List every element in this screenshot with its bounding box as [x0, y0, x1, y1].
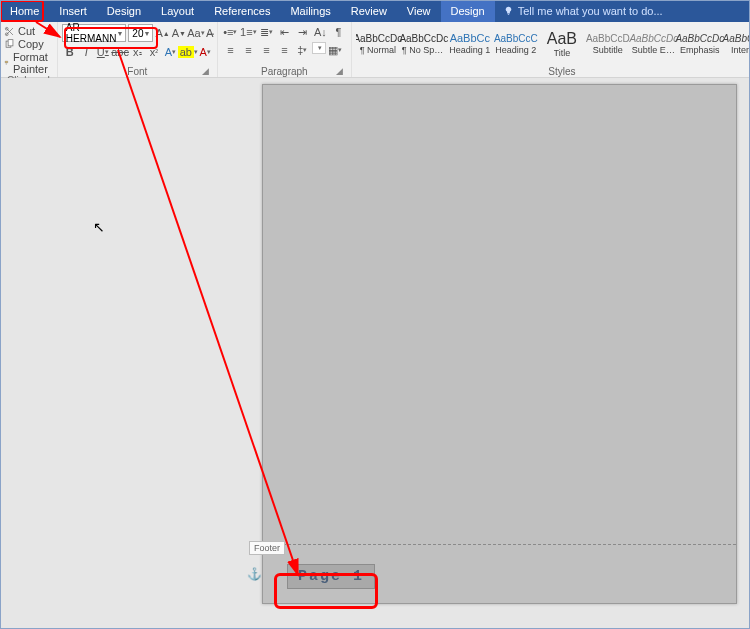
- copy-label: Copy: [18, 38, 44, 50]
- style-label: Emphasis: [680, 46, 720, 55]
- copy-icon: [4, 39, 15, 50]
- style-preview: AaB: [547, 31, 577, 47]
- tab-references[interactable]: References: [204, 0, 280, 22]
- format-painter-label: Format Painter: [13, 51, 53, 75]
- style-label: ¶ Normal: [360, 46, 396, 55]
- sort-button[interactable]: A↓: [312, 24, 329, 40]
- line-spacing-button[interactable]: ‡▾: [294, 42, 311, 58]
- style-label: ¶ No Spac...: [402, 46, 446, 55]
- clear-formatting-button[interactable]: A̶: [206, 25, 214, 41]
- footer-page-number[interactable]: Page 1: [287, 564, 375, 589]
- font-dialog-launcher[interactable]: ◢: [201, 67, 211, 77]
- paragraph-group-label: Paragraph: [261, 66, 308, 77]
- scissors-icon: [4, 26, 15, 37]
- shrink-font-button[interactable]: A▼: [172, 25, 186, 41]
- font-group-label: Font: [127, 66, 147, 77]
- highlight-button[interactable]: ab▾: [179, 44, 196, 60]
- style-preview: AaBbCcC: [494, 34, 538, 44]
- style-item-4[interactable]: AaBTitle: [540, 25, 584, 63]
- style-preview: AaBbCcDc: [675, 34, 724, 44]
- style-item-7[interactable]: AaBbCcDcEmphasis: [678, 25, 722, 63]
- style-item-2[interactable]: AaBbCcHeading 1: [448, 25, 492, 63]
- tab-insert[interactable]: Insert: [49, 0, 97, 22]
- style-item-0[interactable]: AaBbCcDc¶ Normal: [356, 25, 400, 63]
- group-font: AR HERMANN ▼ 20 ▼ A▲ A▼ Aa▾ A̶ B I U▾ ab…: [58, 22, 218, 77]
- style-preview: AaBbCcD: [586, 34, 630, 44]
- chevron-down-icon: ▼: [116, 30, 123, 37]
- italic-button[interactable]: I: [78, 44, 94, 60]
- subscript-button[interactable]: x₂: [130, 44, 146, 60]
- group-paragraph: •≡▾ 1≡▾ ≣▾ ⇤ ⇥ A↓ ¶ ≡ ≡ ≡ ≡ ‡▾ ▾ ▦▾ Para…: [218, 22, 352, 77]
- style-label: Heading 2: [495, 46, 536, 55]
- tab-view[interactable]: View: [397, 0, 441, 22]
- style-item-5[interactable]: AaBbCcDSubtitle: [586, 25, 630, 63]
- lightbulb-icon: [503, 6, 514, 17]
- bold-button[interactable]: B: [62, 44, 78, 60]
- borders-button[interactable]: ▦▾: [327, 42, 344, 58]
- footer-separator: [263, 544, 736, 545]
- font-size-combo[interactable]: 20 ▼: [128, 24, 153, 42]
- style-item-8[interactable]: AaBbCcDtIntense: [724, 25, 750, 63]
- tell-me-search[interactable]: Tell me what you want to do...: [495, 0, 750, 22]
- document-page[interactable]: Footer ⚓ Page 1: [262, 84, 737, 604]
- style-preview: AaBbCcDt: [723, 34, 751, 44]
- style-label: Heading 1: [449, 46, 490, 55]
- text-effects-button[interactable]: A▾: [163, 44, 179, 60]
- footer-section-tab[interactable]: Footer: [249, 541, 285, 555]
- font-name-combo[interactable]: AR HERMANN ▼: [62, 24, 127, 42]
- tab-design[interactable]: Design: [97, 0, 151, 22]
- align-right-button[interactable]: ≡: [258, 42, 275, 58]
- paintbrush-icon: [4, 58, 10, 69]
- cut-label: Cut: [18, 25, 35, 37]
- change-case-button[interactable]: Aa▾: [188, 25, 204, 41]
- tab-strip: Home Insert Design Layout References Mai…: [0, 0, 750, 22]
- chevron-down-icon: ▼: [143, 30, 150, 37]
- tell-me-placeholder: Tell me what you want to do...: [518, 5, 663, 17]
- anchor-icon: ⚓: [247, 567, 262, 581]
- style-preview: AaBbCcDc: [399, 34, 448, 44]
- document-area[interactable]: Footer ⚓ Page 1: [0, 78, 750, 629]
- ribbon: Cut Copy Format Painter Clipboard ◢ AR H…: [0, 22, 750, 78]
- font-name-value: AR HERMANN: [66, 22, 117, 44]
- tab-mailings[interactable]: Mailings: [280, 0, 340, 22]
- grow-font-button[interactable]: A▲: [155, 25, 169, 41]
- group-clipboard: Cut Copy Format Painter Clipboard ◢: [0, 22, 58, 77]
- cut-button[interactable]: Cut: [4, 25, 53, 37]
- show-marks-button[interactable]: ¶: [330, 24, 347, 40]
- decrease-indent-button[interactable]: ⇤: [276, 24, 293, 40]
- style-preview: AaBbCcDc: [629, 34, 678, 44]
- shading-button[interactable]: ▾: [312, 42, 326, 54]
- style-label: Subtitle: [593, 46, 623, 55]
- bullets-button[interactable]: •≡▾: [222, 24, 239, 40]
- format-painter-button[interactable]: Format Painter: [4, 51, 53, 75]
- tab-review[interactable]: Review: [341, 0, 397, 22]
- group-styles: AaBbCcDc¶ NormalAaBbCcDc¶ No Spac...AaBb…: [352, 22, 750, 77]
- style-label: Subtle Em...: [632, 46, 676, 55]
- increase-indent-button[interactable]: ⇥: [294, 24, 311, 40]
- styles-group-label: Styles: [548, 66, 575, 77]
- svg-rect-3: [8, 39, 13, 45]
- paragraph-dialog-launcher[interactable]: ◢: [335, 67, 345, 77]
- style-label: Intense: [731, 46, 750, 55]
- style-preview: AaBbCcDc: [356, 34, 402, 44]
- style-preview: AaBbCc: [450, 33, 490, 44]
- multilevel-list-button[interactable]: ≣▾: [258, 24, 275, 40]
- superscript-button[interactable]: x²: [146, 44, 162, 60]
- justify-button[interactable]: ≡: [276, 42, 293, 58]
- font-color-button[interactable]: A▾: [197, 44, 213, 60]
- style-label: Title: [554, 49, 571, 58]
- tab-home[interactable]: Home: [0, 0, 49, 22]
- copy-button[interactable]: Copy: [4, 38, 53, 50]
- align-center-button[interactable]: ≡: [240, 42, 257, 58]
- strikethrough-button[interactable]: abc: [112, 44, 129, 60]
- font-size-value: 20: [132, 28, 143, 39]
- underline-button[interactable]: U▾: [95, 44, 111, 60]
- style-item-3[interactable]: AaBbCcCHeading 2: [494, 25, 538, 63]
- numbering-button[interactable]: 1≡▾: [240, 24, 257, 40]
- tab-header-footer-design[interactable]: Design: [441, 0, 495, 22]
- align-left-button[interactable]: ≡: [222, 42, 239, 58]
- style-item-6[interactable]: AaBbCcDcSubtle Em...: [632, 25, 676, 63]
- style-item-1[interactable]: AaBbCcDc¶ No Spac...: [402, 25, 446, 63]
- tab-layout[interactable]: Layout: [151, 0, 204, 22]
